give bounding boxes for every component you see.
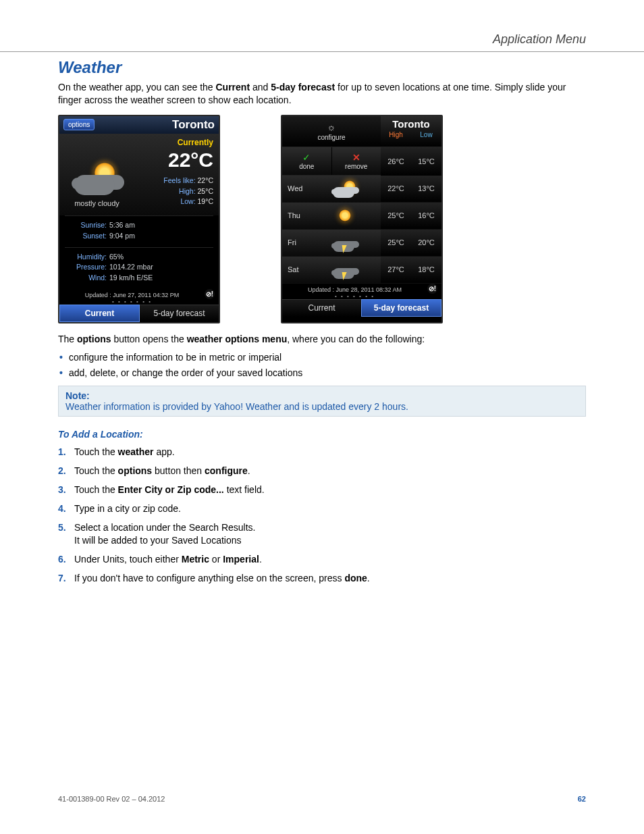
done-button[interactable]: ✓ done <box>282 147 332 175</box>
t: . <box>248 465 250 476</box>
x-icon: ✕ <box>352 152 360 163</box>
forecast-high: 27°C <box>381 257 411 283</box>
forecast-day: Sat <box>282 257 309 283</box>
options-button[interactable]: options <box>63 119 95 130</box>
humidity-value: 65% <box>109 253 124 261</box>
today-low: 15°C <box>411 147 441 176</box>
configure-button[interactable]: ☼ configure <box>282 116 381 147</box>
step-item: Touch the weather app. <box>58 446 586 459</box>
intro-pre: On the weather app, you can see the <box>58 82 216 93</box>
pressure-value: 1014.22 mbar <box>109 263 153 271</box>
t: or <box>209 554 223 565</box>
forecast-low: 20°C <box>411 230 441 256</box>
forecast-high: 22°C <box>381 176 411 202</box>
high-header: High <box>381 130 411 140</box>
b: options <box>118 465 153 476</box>
remove-button[interactable]: ✕ remove <box>332 147 381 175</box>
sunset-value: 9:04 pm <box>109 232 135 240</box>
step-item: If you don't have to configure anything … <box>58 572 586 585</box>
forecast-low: 13°C <box>411 176 441 202</box>
weather-icon <box>72 159 122 197</box>
t: app. <box>154 446 175 457</box>
op-b2: weather options menu <box>187 334 288 344</box>
b: Metric <box>182 554 209 565</box>
bullet-item: add, delete, or change the order of your… <box>58 367 586 380</box>
city-label: Toronto <box>172 118 215 132</box>
device-titlebar: options Toronto <box>59 116 219 134</box>
t: . <box>367 573 370 583</box>
howto-title: To Add a Location: <box>58 429 586 440</box>
t: . <box>259 554 262 565</box>
op-mid: button opens the <box>111 334 187 344</box>
partly-cloudy-icon <box>331 179 358 198</box>
forecast-day: Wed <box>282 176 309 202</box>
updated-label: Updated : June 28, 2011 08:32 AM <box>282 284 441 293</box>
b: Imperial <box>223 554 259 565</box>
device-forecast: ☼ configure Toronto High Low ✓ done <box>281 115 443 323</box>
t: button then <box>152 465 205 476</box>
low-value: 19°C <box>198 197 213 205</box>
humidity-label: Humidity: <box>66 252 107 263</box>
tab-forecast[interactable]: 5-day forecast <box>140 305 219 322</box>
intro-bold-current: Current <box>216 82 250 93</box>
done-label: done <box>299 163 314 170</box>
note-box: Note: Weather information is provided by… <box>58 386 586 417</box>
t: Under Units, touch either <box>74 554 182 565</box>
page-dots: • • • • • • • <box>282 293 441 299</box>
low-header: Low <box>411 130 441 140</box>
op-post: , where you can do the following: <box>287 334 425 344</box>
feelslike-value: 22°C <box>198 176 213 184</box>
t: Select a location under the Search Resul… <box>74 522 256 533</box>
wind-value: 19 km/h E/SE <box>109 273 153 282</box>
content-area: Weather On the weather app, you can see … <box>58 58 586 591</box>
intro-bold-forecast: 5-day forecast <box>271 82 335 93</box>
tab-bar: Current 5-day forecast <box>59 305 219 322</box>
screenshots-row: options Toronto mostly cloudy Currently … <box>58 115 586 323</box>
yahoo-icon: ⊘! <box>205 289 215 299</box>
tab-current[interactable]: Current <box>282 299 361 317</box>
note-title: Note: <box>65 390 579 401</box>
forecast-row: Fri 25°C20°C <box>282 230 441 257</box>
op-pre: The <box>58 334 77 344</box>
page-header: Application Menu <box>493 32 586 47</box>
thunder-icon <box>331 260 358 279</box>
tab-bar: Current 5-day forecast <box>282 299 441 317</box>
t: It will be added to your Saved Locations <box>74 535 242 546</box>
current-summary: mostly cloudy Currently 22°C Feels like:… <box>59 134 219 215</box>
configure-label: configure <box>317 134 345 141</box>
high-label: High: <box>179 187 196 195</box>
options-bullets: configure the information to be in metri… <box>58 351 586 380</box>
low-label: Low: <box>180 197 195 205</box>
thunder-icon <box>331 233 358 252</box>
b: weather <box>118 446 154 457</box>
forecast-row: Wed 22°C13°C <box>282 176 441 203</box>
city-label: Toronto <box>381 116 441 130</box>
remove-label: remove <box>345 163 367 170</box>
forecast-row: Sat 27°C18°C <box>282 257 441 284</box>
page-footer: 41-001389-00 Rev 02 – 04.2012 62 <box>58 795 586 803</box>
forecast-high: 25°C <box>381 230 411 256</box>
t: Touch the <box>74 446 118 457</box>
bullet-item: configure the information to be in metri… <box>58 351 586 364</box>
op-b1: options <box>77 334 111 344</box>
currently-label: Currently <box>129 138 213 147</box>
b: done <box>344 573 367 583</box>
tab-current[interactable]: Current <box>59 305 140 322</box>
check-icon: ✓ <box>302 152 311 163</box>
sunny-icon <box>331 206 358 225</box>
page-dots: • • • • • • • <box>59 298 219 305</box>
device-current: options Toronto mostly cloudy Currently … <box>58 115 220 323</box>
steps-list: Touch the weather app. Touch the options… <box>58 446 586 584</box>
b: Enter City or Zip code... <box>118 484 224 495</box>
intro-mid: and <box>250 82 271 93</box>
t: text field. <box>224 484 265 495</box>
section-title: Weather <box>58 58 586 77</box>
header-rule <box>0 51 644 52</box>
sun-block: Sunrise:5:36 am Sunset:9:04 pm <box>59 216 219 247</box>
t: Touch the <box>74 465 118 476</box>
high-value: 25°C <box>198 187 213 195</box>
forecast-low: 18°C <box>411 257 441 283</box>
step-item: Select a location under the Search Resul… <box>58 521 586 547</box>
forecast-day: Fri <box>282 230 309 256</box>
tab-forecast[interactable]: 5-day forecast <box>361 299 441 317</box>
